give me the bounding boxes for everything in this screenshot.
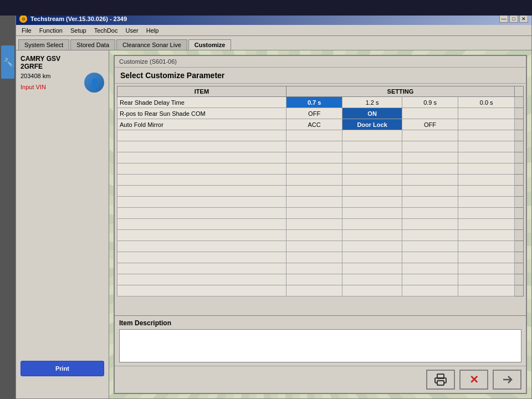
item-description-box <box>119 329 521 362</box>
row3-scroll <box>515 119 524 130</box>
menu-help[interactable]: Help <box>143 26 162 35</box>
table-row <box>117 141 524 152</box>
dialog-subtitle: Customize (S601-06) <box>115 56 526 68</box>
row2-scroll <box>515 108 524 119</box>
table-row <box>117 263 524 274</box>
row3-setting4[interactable] <box>458 119 515 130</box>
item-description-label: Item Description <box>119 319 521 327</box>
cancel-button[interactable]: ✕ <box>459 370 488 390</box>
row1-item: Rear Shade Delay Time <box>117 97 287 108</box>
table-row: Auto Fold Mirror ACC Door Lock OFF <box>117 119 524 130</box>
table-row <box>117 241 524 252</box>
app-icon: ⊙ <box>19 15 27 23</box>
nav-tabs: System Select Stored Data Clearance Sona… <box>16 36 531 50</box>
row1-setting3[interactable]: 0.9 s <box>402 97 458 108</box>
vehicle-model: 2GRFE <box>21 63 104 70</box>
table-row <box>117 175 524 186</box>
table-row <box>117 152 524 163</box>
menu-techdoc[interactable]: TechDoc <box>91 26 121 35</box>
table-row <box>117 130 524 141</box>
row3-setting3[interactable]: OFF <box>402 119 458 130</box>
row2-setting2[interactable]: ON <box>342 108 402 119</box>
table-row <box>117 285 524 296</box>
menu-setup[interactable]: Setup <box>67 26 90 35</box>
print-dialog-button[interactable] <box>426 370 455 390</box>
table-row <box>117 230 524 241</box>
row1-setting2[interactable]: 1.2 s <box>342 97 402 108</box>
customize-table: ITEM SETTING Rear Shade Delay Time 0.7 s <box>117 86 524 296</box>
item-description-section: Item Description <box>115 315 526 366</box>
sidebar-edge: 🔧 <box>0 12 16 399</box>
row3-setting2[interactable]: Door Lock <box>342 119 402 130</box>
print-button[interactable]: Print <box>21 361 104 376</box>
scroll-header <box>515 86 524 97</box>
tab-stored-data[interactable]: Stored Data <box>70 39 115 50</box>
table-row: R-pos to Rear Sun Shade COM OFF ON <box>117 108 524 119</box>
app-title: Techstream (Ver.15.30.026) - 2349 <box>30 16 127 22</box>
row1-setting4[interactable]: 0.0 s <box>458 97 515 108</box>
vehicle-name: CAMRY GSV <box>21 55 104 63</box>
avatar: 👤 <box>84 73 104 93</box>
table-body: Rear Shade Delay Time 0.7 s 1.2 s 0.9 s … <box>117 97 524 296</box>
content-area: 👤 CAMRY GSV 2GRFE 203408 km Input VIN Pr… <box>16 50 531 398</box>
col-header-item: ITEM <box>117 86 287 97</box>
table-row <box>117 252 524 263</box>
menu-function[interactable]: Function <box>36 26 66 35</box>
table-row: Rear Shade Delay Time 0.7 s 1.2 s 0.9 s … <box>117 97 524 108</box>
row2-item: R-pos to Rear Sun Shade COM <box>117 108 287 119</box>
dialog-header: Select Customize Parameter <box>115 68 526 84</box>
row3-item: Auto Fold Mirror <box>117 119 287 130</box>
minimize-button[interactable]: — <box>499 15 508 23</box>
row2-setting4[interactable] <box>458 108 515 119</box>
table-row <box>117 208 524 219</box>
dialog-footer: ✕ <box>115 366 526 393</box>
tab-clearance-sonar[interactable]: Clearance Sonar Live <box>116 39 187 50</box>
table-row <box>117 219 524 230</box>
table-row <box>117 186 524 197</box>
main-panel: Customize (S601-06) Select Customize Par… <box>109 50 531 398</box>
x-icon: ✕ <box>469 373 479 386</box>
dialog-box: Customize (S601-06) Select Customize Par… <box>114 55 527 394</box>
table-row <box>117 163 524 175</box>
sidebar-icon: 🔧 <box>1 45 14 79</box>
app-window: ⊙ Techstream (Ver.15.30.026) - 2349 — □ … <box>16 12 532 399</box>
row2-setting3[interactable] <box>402 108 458 119</box>
left-panel: 👤 CAMRY GSV 2GRFE 203408 km Input VIN Pr… <box>16 50 109 398</box>
table-container: ITEM SETTING Rear Shade Delay Time 0.7 s <box>117 86 524 313</box>
menu-user[interactable]: User <box>122 26 141 35</box>
svg-rect-1 <box>437 381 444 385</box>
tab-system-select[interactable]: System Select <box>18 39 69 50</box>
tab-customize[interactable]: Customize <box>188 39 232 50</box>
row1-scroll <box>515 97 524 108</box>
menu-bar: File Function Setup TechDoc User Help <box>16 25 531 36</box>
close-button[interactable]: ✕ <box>519 15 528 23</box>
table-row <box>117 197 524 208</box>
table-row <box>117 274 524 285</box>
row1-setting1[interactable]: 0.7 s <box>286 97 342 108</box>
row3-setting1[interactable]: ACC <box>286 119 342 130</box>
next-button[interactable] <box>493 370 521 390</box>
window-controls: — □ ✕ <box>499 15 528 23</box>
row2-setting1[interactable]: OFF <box>286 108 342 119</box>
col-header-setting: SETTING <box>286 86 514 97</box>
taskbar <box>0 0 532 16</box>
maximize-button[interactable]: □ <box>509 15 518 23</box>
menu-file[interactable]: File <box>18 26 35 35</box>
